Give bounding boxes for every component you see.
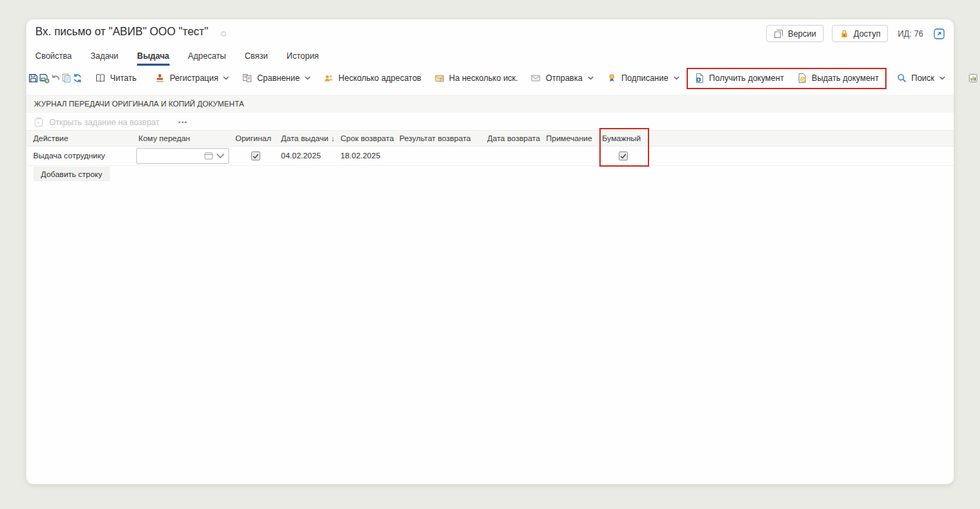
journal-actions-row: Открыть задание на возврат ••• <box>33 115 188 129</box>
to-multiple-outgoing-button[interactable]: На несколько иск. <box>428 69 525 87</box>
chevron-down-icon[interactable] <box>216 153 225 159</box>
search-icon <box>896 73 907 84</box>
read-button-label: Читать <box>110 73 136 83</box>
open-return-task-button[interactable]: Открыть задание на возврат <box>33 117 160 128</box>
column-header-issued-to[interactable]: Кому передан <box>138 131 190 146</box>
issue-document-button[interactable]: Выдать документ <box>790 69 885 87</box>
to-multiple-outgoing-button-label: На несколько иск. <box>449 73 518 83</box>
issue-document-icon <box>797 73 808 84</box>
versions-button-label: Версии <box>788 29 816 39</box>
tab-history[interactable]: История <box>287 51 319 66</box>
multiple-addressees-button-label: Несколько адресатов <box>338 73 421 83</box>
cell-action: Выдача сотруднику <box>33 147 105 165</box>
versions-button[interactable]: Версии <box>766 25 824 42</box>
column-header-return-result[interactable]: Результат возврата <box>399 131 471 146</box>
multiple-addressees-button[interactable]: Несколько адресатов <box>317 69 428 87</box>
return-task-icon <box>33 117 44 128</box>
sending-button-label: Отправка <box>545 73 582 83</box>
page-title: Вх. письмо от "АВИВ" ООО "тест" <box>35 26 208 38</box>
sort-descending-icon: ↓ <box>331 134 335 142</box>
signing-button[interactable]: Подписание <box>600 69 686 87</box>
annotation-box-toolbar: Получить документ Выдать документ <box>687 68 887 89</box>
send-envelope-icon <box>530 73 541 84</box>
copy-button[interactable] <box>61 69 72 87</box>
column-header-original[interactable]: Оригинал <box>235 131 271 146</box>
registration-button-label: Регистрация <box>170 73 218 83</box>
lookup-card-icon <box>204 152 213 160</box>
save-button[interactable] <box>28 69 39 87</box>
save-icon <box>28 73 39 84</box>
original-checkbox[interactable] <box>251 151 260 160</box>
versions-icon <box>774 29 783 39</box>
receive-document-button-label: Получить документ <box>709 73 784 83</box>
copy-icon <box>61 73 72 84</box>
read-button[interactable]: Читать <box>89 69 143 87</box>
search-button[interactable]: Поиск <box>890 69 952 87</box>
cell-return-due-date: 18.02.2025 <box>341 147 381 165</box>
save-and-close-button[interactable] <box>39 69 50 87</box>
chevron-down-icon <box>223 76 229 80</box>
report-chart-icon <box>968 73 979 84</box>
chevron-down-icon <box>939 76 945 80</box>
open-return-task-label: Открыть задание на возврат <box>49 118 160 127</box>
search-button-label: Поиск <box>911 73 934 83</box>
tab-properties[interactable]: Свойства <box>35 51 72 66</box>
journal-section-header: ЖУРНАЛ ПЕРЕДАЧИ ОРИГИНАЛА И КОПИЙ ДОКУМЕ… <box>26 95 954 113</box>
book-icon <box>95 73 106 84</box>
medal-icon <box>606 73 617 84</box>
chevron-down-icon <box>673 76 680 80</box>
table-row: Выдача сотруднику 04.02.2025 18.02.2025 <box>26 147 954 166</box>
column-header-return-due[interactable]: Срок возврата <box>341 131 394 146</box>
document-card-window: Вх. письмо от "АВИВ" ООО "тест" Версии Д… <box>26 19 954 484</box>
people-icon <box>323 73 334 84</box>
tab-tasks[interactable]: Задачи <box>91 51 118 66</box>
tab-links[interactable]: Связи <box>244 51 268 66</box>
access-button[interactable]: Доступ <box>832 25 888 42</box>
journal-table-header: Действие Кому передан Оригинал Дата выда… <box>26 130 954 147</box>
document-id-label: ИД: 76 <box>898 29 923 39</box>
issued-to-combobox[interactable] <box>136 148 229 164</box>
paper-checkbox[interactable] <box>619 151 628 160</box>
lock-icon <box>840 29 849 39</box>
receive-document-icon <box>694 73 705 84</box>
comparison-button-label: Сравнение <box>257 73 300 83</box>
reports-button[interactable]: Отчеты <box>961 69 980 87</box>
more-actions-button[interactable]: ••• <box>179 119 188 126</box>
receive-document-button[interactable]: Получить документ <box>688 69 790 87</box>
chevron-down-icon <box>588 76 594 80</box>
compare-documents-icon <box>242 73 253 84</box>
journal-section-title: ЖУРНАЛ ПЕРЕДАЧИ ОРИГИНАЛА И КОПИЙ ДОКУМЕ… <box>34 100 244 108</box>
undo-icon <box>50 73 61 84</box>
undo-button[interactable] <box>50 69 61 87</box>
add-row-button[interactable]: Добавить строку <box>33 167 110 181</box>
registration-button[interactable]: Регистрация <box>148 69 235 87</box>
column-header-note[interactable]: Примечание <box>546 131 592 146</box>
column-header-issue-date[interactable]: Дата выдачи↓ <box>281 131 335 146</box>
chevron-down-icon <box>305 76 311 80</box>
header-actions: Версии Доступ ИД: 76 <box>766 25 945 42</box>
signing-button-label: Подписание <box>621 73 669 83</box>
stamp-icon <box>154 73 165 84</box>
column-header-action[interactable]: Действие <box>33 131 69 146</box>
issue-document-button-label: Выдать документ <box>812 73 879 83</box>
cell-issue-date: 04.02.2025 <box>281 147 321 165</box>
card-tabs: Свойства Задачи Выдача Адресаты Связи Ис… <box>35 51 319 66</box>
envelope-stack-icon <box>434 73 445 84</box>
sending-button[interactable]: Отправка <box>524 69 599 87</box>
column-header-issue-date-label: Дата выдачи <box>281 134 328 142</box>
comparison-button[interactable]: Сравнение <box>235 69 317 87</box>
save-plus-icon <box>39 73 50 84</box>
column-header-return-date[interactable]: Дата возврата <box>487 131 540 146</box>
open-in-new-window-icon[interactable] <box>933 28 945 40</box>
status-circle-icon <box>221 31 226 37</box>
refresh-icon <box>72 73 83 84</box>
access-button-label: Доступ <box>853 29 880 39</box>
toolbar: Читать Регистрация Сравнение Несколько а… <box>28 67 952 89</box>
tab-addressees[interactable]: Адресаты <box>188 51 226 66</box>
tab-issuance[interactable]: Выдача <box>137 51 170 66</box>
column-header-paper[interactable]: Бумажный <box>602 131 641 146</box>
refresh-button[interactable] <box>72 69 83 87</box>
